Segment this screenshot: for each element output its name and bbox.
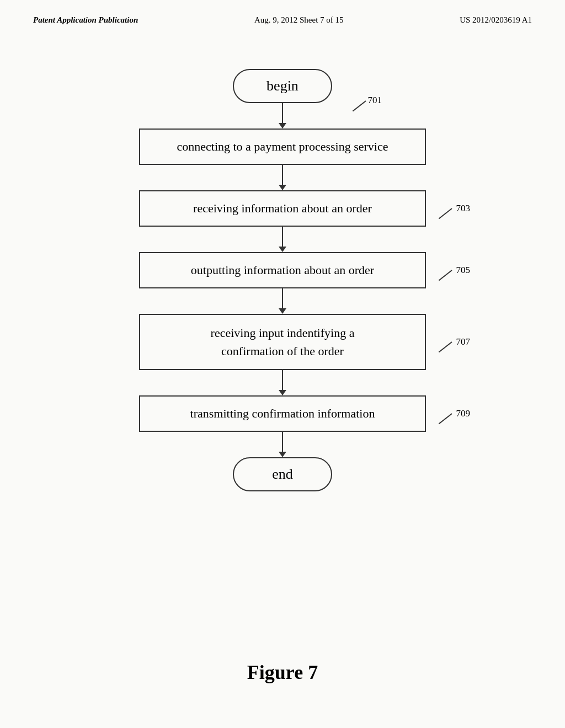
connector-6 xyxy=(282,432,283,452)
step3-shape: outputting information about an order xyxy=(139,252,426,288)
step1-shape: connecting to a payment processing servi… xyxy=(139,129,426,165)
end-node: end xyxy=(233,457,332,491)
step3-node: outputting information about an order 70… xyxy=(139,252,426,288)
step4-node: receiving input indentifying a confirmat… xyxy=(139,314,426,370)
step5-label: transmitting confirmation information xyxy=(190,406,375,420)
begin-shape: begin xyxy=(233,69,332,103)
step2-label: receiving information about an order xyxy=(193,201,372,215)
begin-ref: 701 xyxy=(349,95,382,106)
step3-label: outputting information about an order xyxy=(191,263,374,277)
flowchart: begin 701 connecting to a payment proces… xyxy=(0,69,565,491)
step3-ref: 705 xyxy=(435,265,471,276)
page: Patent Application Publication Aug. 9, 2… xyxy=(0,0,565,728)
end-shape: end xyxy=(233,457,332,491)
begin-label: begin xyxy=(266,78,299,94)
step5-shape: transmitting confirmation information xyxy=(139,395,426,432)
publication-label: Patent Application Publication xyxy=(33,15,138,25)
figure-caption: Figure 7 xyxy=(0,661,565,684)
step2-shape: receiving information about an order xyxy=(139,190,426,227)
begin-node: begin 701 xyxy=(233,69,332,103)
step2-node: receiving information about an order 703 xyxy=(139,190,426,227)
arrow-2 xyxy=(279,185,286,190)
step4-line2: confirmation of the order xyxy=(221,344,344,358)
step4-ref: 707 xyxy=(435,336,471,347)
arrow-6 xyxy=(279,452,286,457)
arrow-4 xyxy=(279,308,286,314)
date-sheet-label: Aug. 9, 2012 Sheet 7 of 15 xyxy=(254,15,344,25)
connector-5 xyxy=(282,370,283,390)
figure-caption-text: Figure 7 xyxy=(247,661,318,683)
step4-line1: receiving input indentifying a xyxy=(211,326,355,340)
connector-4 xyxy=(282,288,283,308)
end-label: end xyxy=(272,466,293,482)
header: Patent Application Publication Aug. 9, 2… xyxy=(0,0,565,25)
connector-3 xyxy=(282,227,283,247)
step2-ref: 703 xyxy=(435,203,471,214)
step5-ref: 709 xyxy=(435,408,471,419)
step4-shape: receiving input indentifying a confirmat… xyxy=(139,314,426,370)
patent-number-label: US 2012/0203619 A1 xyxy=(460,15,532,25)
connector-1 xyxy=(282,103,283,123)
arrow-1 xyxy=(279,123,286,129)
step5-node: transmitting confirmation information 70… xyxy=(139,395,426,432)
step1-label: connecting to a payment processing servi… xyxy=(177,140,388,153)
step1-node: connecting to a payment processing servi… xyxy=(139,129,426,165)
connector-2 xyxy=(282,165,283,185)
arrow-5 xyxy=(279,390,286,395)
arrow-3 xyxy=(279,247,286,252)
